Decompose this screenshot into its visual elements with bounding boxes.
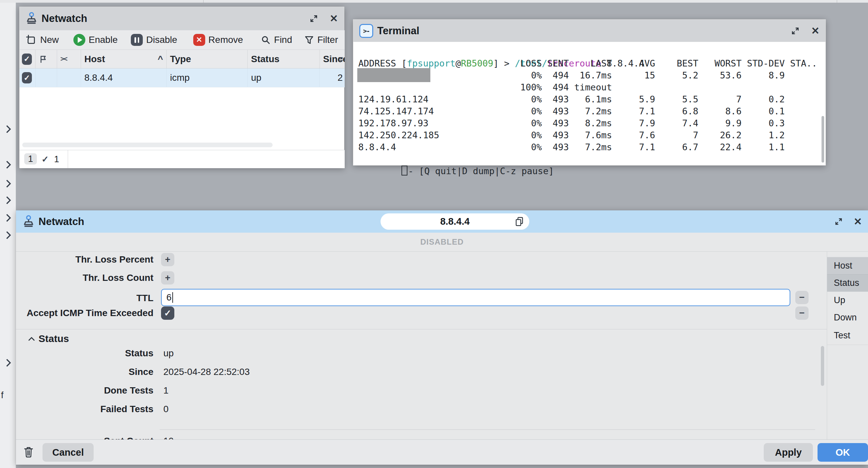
terminal-window: >- Terminal ✕ [fpsupport@RB5009] > /tool… (353, 19, 826, 166)
since-label: Since (16, 365, 153, 379)
new-button[interactable]: New (25, 34, 59, 46)
tab-down[interactable]: Down (827, 309, 868, 326)
tab-up[interactable]: Up (827, 292, 868, 309)
chevron-right-icon[interactable] (3, 179, 11, 187)
remove-x-icon: ✕ (193, 34, 205, 46)
traceroute-row: 192.178.97.93 0% 493 8.2ms 7.9 7.4 9.9 0… (358, 117, 822, 129)
enable-button[interactable]: Enable (73, 34, 118, 46)
vertical-scrollbar[interactable] (822, 116, 824, 163)
vertical-scrollbar[interactable] (821, 346, 824, 386)
terminal-output[interactable]: [fpsupport@RB5009] > /tool/traceroute 8.… (358, 46, 822, 165)
chevron-right-icon[interactable] (3, 125, 11, 133)
section-tabs-rail: Host Status Up Down Test (827, 252, 868, 439)
cancel-button[interactable]: Cancel (42, 443, 94, 462)
copy-icon[interactable] (515, 216, 524, 227)
detail-header[interactable]: Netwatch 8.8.4.4 ✕ (16, 210, 868, 233)
chevron-right-icon[interactable] (3, 214, 11, 222)
netwatch-list-window: Netwatch ✕ New (19, 7, 344, 168)
netwatch-stamp-icon (23, 216, 34, 228)
minus-icon: − (799, 308, 805, 318)
disable-button-label: Disable (146, 35, 177, 45)
section-divider (16, 329, 827, 329)
netwatch-table-header: ✓ >< Host ^ Type Status Since ≡ (20, 50, 345, 68)
thr-loss-count-label: Thr. Loss Count (16, 271, 153, 285)
host-pill-field[interactable]: 8.8.4.4 (380, 213, 529, 230)
check-icon: ✓ (41, 154, 49, 165)
filter-button[interactable]: Filter (304, 35, 338, 45)
done-tests-value: 1 (163, 384, 169, 397)
close-icon[interactable]: ✕ (330, 13, 338, 24)
select-all-checkbox[interactable]: ✓ (20, 50, 35, 68)
traceroute-row: 100% 494 timeout (358, 82, 822, 93)
accept-icmp-checkbox[interactable]: ✓ (161, 306, 174, 320)
trash-icon[interactable] (23, 446, 34, 458)
status-column-header[interactable]: Status (248, 50, 320, 68)
sort-asc-icon: ^ (158, 54, 163, 64)
traceroute-row: 124.19.61.124 0% 493 6.1ms 5.9 5.5 7 0.2 (358, 93, 822, 105)
chevron-right-icon[interactable] (3, 160, 11, 169)
thr-loss-count-add-button[interactable]: + (161, 271, 174, 285)
row-since-cell: 2 (320, 68, 345, 87)
ttl-remove-button[interactable]: − (795, 291, 809, 304)
chevron-right-icon[interactable] (3, 359, 11, 367)
top-strip (0, 0, 868, 3)
accept-icmp-remove-button[interactable]: − (795, 306, 809, 320)
collapse-caret-icon[interactable] (28, 336, 35, 341)
since-column-header[interactable]: Since ≡ (320, 50, 345, 68)
checkbox-checked-icon: ✓ (22, 72, 32, 83)
traceroute-row: 142.250.224.185 0% 493 7.6ms 7.6 7 26.2 … (358, 129, 822, 141)
thr-loss-percent-add-button[interactable]: + (161, 253, 174, 266)
chevron-right-icon[interactable] (3, 231, 11, 239)
disable-button[interactable]: Disable (131, 34, 177, 46)
terminal-titlebar[interactable]: >- Terminal ✕ (353, 20, 826, 42)
terminal-icon: >- (359, 24, 373, 38)
expand-icon[interactable] (309, 14, 318, 23)
status-label: Status (16, 347, 153, 360)
netwatch-list-toolbar: New Enable Disable ✕ Remove (20, 30, 345, 50)
expand-icon[interactable] (834, 217, 843, 226)
terminal-glyph: >- (363, 27, 370, 35)
page-number-chip[interactable]: 1 (24, 153, 37, 165)
accept-icmp-label: Accept ICMP Time Exceeded (16, 306, 153, 320)
type-column-header[interactable]: Type (167, 50, 248, 68)
row-checkbox[interactable]: ✓ (20, 68, 35, 87)
plus-icon: + (165, 272, 170, 283)
find-button[interactable]: Find (261, 35, 292, 45)
left-rail: f (0, 3, 16, 468)
ok-button[interactable]: OK (817, 443, 868, 462)
tab-test[interactable]: Test (827, 326, 868, 345)
desktop: f Netwatch ✕ (0, 0, 868, 468)
netwatch-row-8844[interactable]: ✓ 8.8.4.4 icmp up 2 (20, 68, 345, 87)
terminal-cursor (401, 166, 407, 175)
expand-icon[interactable] (790, 26, 800, 35)
new-icon (25, 34, 37, 46)
apply-button[interactable]: Apply (764, 443, 813, 462)
netwatch-list-titlebar[interactable]: Netwatch ✕ (20, 7, 344, 30)
remove-button[interactable]: ✕ Remove (193, 34, 243, 46)
status-section-heading[interactable]: Status (38, 332, 69, 345)
remove-button-label: Remove (209, 35, 243, 45)
traceroute-row: 74.125.147.174 0% 493 7.2ms 7.1 6.8 8.6 … (358, 105, 822, 117)
sent-count-value: 10 (163, 434, 174, 439)
chevron-right-icon[interactable] (3, 196, 11, 204)
host-pill-value: 8.8.4.4 (440, 216, 470, 227)
flag-icon (39, 55, 48, 63)
close-icon[interactable]: ✕ (854, 217, 862, 227)
row-flag-cell (35, 68, 57, 87)
host-column-header[interactable]: Host ^ (81, 50, 167, 68)
thr-loss-percent-label: Thr. Loss Percent (16, 253, 153, 266)
resize-columns-header[interactable]: >< (57, 50, 81, 68)
disabled-bar: DISABLED (16, 233, 868, 251)
row-status-cell: up (248, 68, 320, 87)
ttl-input[interactable]: 6 (161, 289, 790, 306)
rail-partial-label: f (1, 390, 4, 401)
horizontal-scrollbar[interactable] (22, 143, 273, 147)
column-menu-icon[interactable]: ≡ (338, 54, 343, 64)
tab-status[interactable]: Status (827, 274, 868, 292)
find-button-label: Find (274, 35, 292, 45)
flag-column-header[interactable] (35, 50, 57, 68)
traceroute-row: 8.8.4.4 0% 493 7.2ms 7.1 6.7 22.4 1.1 (358, 141, 822, 153)
tab-host[interactable]: Host (827, 257, 868, 274)
partial-divider (160, 430, 815, 430)
close-icon[interactable]: ✕ (811, 26, 819, 36)
